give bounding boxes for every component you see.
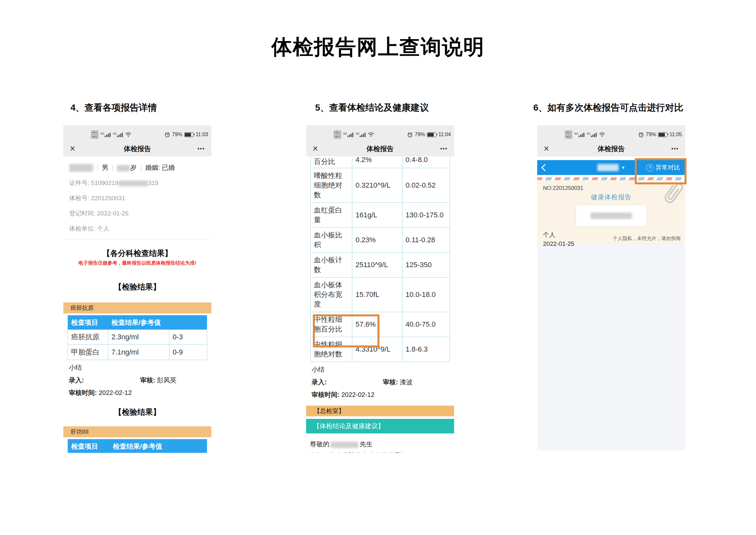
patient-gender: 男 (102, 163, 108, 172)
alarm-icon (165, 132, 170, 137)
hd1-badge: HD1 (91, 131, 98, 134)
redacted-report-name (597, 164, 619, 171)
wifi-icon (599, 132, 606, 137)
battery-percent: 79% (415, 132, 425, 137)
summary-block: 小结 录入: 审核: 彭凤英 审核时间: 2022-02-12 (63, 363, 211, 397)
net-4g-label: 4G (356, 132, 360, 135)
disclaimer-text: 电子报告仅做参考，最终报告以纸质体检报告结论为准! (63, 260, 211, 266)
net-5g-label: 5G (343, 132, 347, 135)
section-title-lab-results: 【检验结果】 (63, 282, 211, 292)
hd-indicator-icon: HD1 HD2 (565, 131, 572, 138)
redacted-age (117, 165, 130, 171)
patient-info-card: | 男 | 岁 | 婚姻: 已婚 证件号: 51090219319 体检号: 2… (63, 156, 211, 240)
col-result: 检查结果/参考值 (110, 439, 166, 453)
net-4g-label: 4G (113, 132, 117, 135)
close-icon[interactable]: × (544, 144, 549, 153)
clock-time: 11:05 (669, 132, 682, 137)
phone-screenshot-step5: HD1 HD2 5G 4G 79% 11:04 (306, 125, 454, 453)
battery-percent: 79% (172, 132, 182, 137)
table-row: 癌胚抗原 2.3ng/ml 0-3 (68, 330, 207, 345)
col-item: 检查项目 (68, 315, 108, 330)
battery-percent: 79% (646, 132, 656, 137)
redacted-patient-name (331, 441, 359, 448)
hd1-badge: HD1 (565, 131, 572, 134)
wifi-icon (125, 132, 132, 137)
redacted-name (590, 212, 632, 219)
step6-heading: 6、如有多次体检报告可点击进行对比 (533, 101, 683, 114)
summary-label: 小结 (311, 365, 448, 374)
signal-5g-icon: 5G (343, 132, 353, 137)
lab-table-cea: 癌胚抗原 检查项目 检查结果/参考值 癌胚抗原 2.3ng/ml 0-3 甲胎蛋… (63, 302, 211, 360)
more-icon[interactable]: ••• (671, 146, 679, 152)
page-title: 体检报告网上查询说明 (0, 33, 756, 61)
report-number: NO:2201250031 (543, 185, 679, 191)
col-result: 检查结果/参考值 (108, 315, 164, 330)
hd-indicator-icon: HD1 HD2 (334, 131, 341, 138)
net-5g-label: 5G (574, 132, 578, 135)
chevron-down-icon: ▼ (621, 165, 625, 170)
status-bar: HD1 HD2 5G 4G 79% 11:03 (63, 125, 211, 141)
nav-bar: × 体检报告 ••• (306, 141, 454, 156)
table-row: 血小板比积 0.23% 0.11-0.28 (310, 227, 449, 252)
divider: | (140, 164, 142, 171)
exam-unit-line: 体检单位: 个人 (69, 224, 205, 233)
empty-list-area (537, 244, 685, 450)
phone-screenshot-step4: HD1 HD2 5G 4G 79% 11:03 (63, 125, 211, 453)
report-envelope-card[interactable]: NO:2201250031 健康体检报告 个人 2022-01-25 个人隐私，… (537, 177, 685, 244)
review-time-label: 审核时间: (311, 391, 340, 398)
nav-title: 体检报告 (537, 144, 685, 153)
band-conclusion-title: 【体检结论及健康建议】 (306, 419, 454, 434)
redacted-id-digits (118, 181, 148, 186)
highlight-box-conclusion (313, 314, 379, 348)
exam-no-line: 体检号: 2201250031 (69, 194, 205, 203)
status-bar: HD1 HD2 5G 4G 79% 11:05 (537, 125, 685, 141)
close-icon[interactable]: × (312, 144, 318, 153)
net-5g-label: 5G (100, 132, 104, 135)
table-row: 血小板计数 25110^9/L 125-350 (310, 252, 449, 277)
band-general-exam-room: 【总检室】 (306, 406, 454, 416)
highlight-box-compare (635, 158, 687, 184)
patient-id-line: 证件号: 51090219319 (69, 179, 205, 187)
reviewer-name: 漆波 (400, 379, 413, 385)
more-icon[interactable]: ••• (440, 146, 448, 152)
review-time: 2022-02-12 (98, 389, 132, 396)
divider: | (112, 164, 114, 171)
battery-icon (658, 132, 667, 137)
conclusion-text: 尊敬的先生 您好！您在我院的本次体检结果如下: 1.甘油三酯: ↑ 建议: 甘油… (306, 434, 454, 453)
signal-4g-icon: 4G (587, 132, 597, 137)
section-title-lab-results-2: 【检验结果】 (63, 407, 211, 417)
lab-table-liver: 肝功IIII 检查项目 检查结果/参考值 *白蛋白 43.4g/L 35-55 … (63, 426, 211, 453)
status-bar: HD1 HD2 5G 4G 79% 11:04 (306, 125, 454, 141)
hd2-badge: HD2 (334, 135, 341, 138)
alarm-icon (638, 132, 644, 137)
divider: | (97, 164, 98, 171)
privacy-note: 个人隐私，未经允许，请勿拆阅 (613, 236, 681, 241)
table-band-title: 癌胚抗原 (63, 302, 211, 313)
register-time-line: 登记时间: 2022-01-25 (69, 209, 205, 218)
table-row: 甲胎蛋白 7.1ng/ml 0-9 (68, 345, 207, 360)
table-row: 血小板体积分布宽度 15.70fL 10.0-18.0 (310, 277, 449, 312)
step5-heading: 5、查看体检结论及健康建议 (315, 101, 429, 114)
patient-age: 岁 (117, 163, 136, 172)
alarm-icon (407, 132, 413, 137)
redacted-patient-name (69, 164, 93, 172)
battery-icon (427, 132, 436, 137)
clock-time: 11:03 (196, 132, 208, 137)
step4-heading: 4、查看各项报告详情 (70, 101, 157, 114)
wifi-icon (368, 132, 374, 137)
close-icon[interactable]: × (70, 144, 75, 153)
nav-title: 体检报告 (306, 144, 454, 153)
col-item: 检查项目 (68, 439, 110, 453)
signal-4g-icon: 4G (356, 132, 365, 137)
nav-bar: × 体检报告 ••• (63, 141, 211, 156)
salutation-line: 尊敬的先生 (310, 438, 450, 450)
more-icon[interactable]: ••• (198, 146, 205, 152)
table-row: 嗜酸性粒细胞绝对数 0.3210^9/L 0.02-0.52 (310, 168, 449, 203)
report-name-box (576, 205, 647, 227)
instruction-sheet: 体检报告网上查询说明 4、查看各项报告详情 5、查看体检结论及健康建议 6、如有… (0, 0, 756, 535)
summary-block: 小结 录入: 审核: 漆波 审核时间: 2022-02-12 (306, 365, 454, 399)
hd-indicator-icon: HD1 HD2 (91, 131, 98, 138)
hd1-badge: HD1 (334, 131, 341, 134)
table-band-title: 肝功IIII (63, 426, 211, 437)
summary-label: 小结 (69, 363, 206, 372)
